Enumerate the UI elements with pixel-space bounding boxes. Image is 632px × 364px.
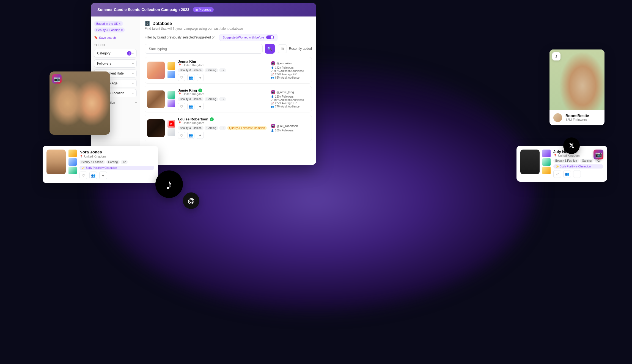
instagram-icon: 📷 xyxy=(271,124,275,128)
tag-more: +2 xyxy=(219,126,226,130)
talent-stats: 📷 @jamie_king 👤 120k Followers ✓ 97% Aut… xyxy=(271,90,309,108)
instagram-icon: 📷 xyxy=(595,151,602,158)
tag-more: +2 xyxy=(219,68,226,72)
talent-stats: 📷 @lou_robertson 👤 100k Followers xyxy=(271,124,309,132)
recently-added-label: Recently added xyxy=(289,47,312,51)
talent-info: Jamie King ✓ 📍 United Kingdom Beauty & F… xyxy=(178,88,268,110)
add-to-campaign-button[interactable]: 👥 xyxy=(187,74,194,81)
july-actions: ♡ 👥 + xyxy=(553,170,603,178)
tag-more: +2 xyxy=(121,160,128,164)
instagram-badge: 📷 xyxy=(593,150,603,159)
brand-toggle[interactable]: Suggested/Worked with before xyxy=(219,34,277,41)
followers-stat: 👤 142k Followers xyxy=(271,66,309,69)
more-button[interactable]: + xyxy=(197,132,204,139)
add-to-campaign-button[interactable]: 👥 xyxy=(187,103,194,110)
talent-stats: 📷 @jennakim 👤 142k Followers ✓ 95% Authe… xyxy=(271,61,309,79)
filter-tag-uk[interactable]: Based in the UK × xyxy=(94,21,123,26)
july-thumbnails xyxy=(542,150,551,178)
more-button[interactable]: + xyxy=(99,172,107,179)
add-to-campaign-button[interactable]: 👥 xyxy=(187,132,194,139)
followers-dropdown[interactable]: Followers ▾ xyxy=(94,59,137,68)
chevron-icon: ▾ xyxy=(132,92,134,95)
adult-audience-stat: 👥 77% Adult Audience xyxy=(271,105,309,108)
talent-actions: ♡ 👥 + xyxy=(178,103,268,110)
chevron-icon: ▾ xyxy=(132,62,134,65)
nora-badge: ✨ Body Positivity Champion xyxy=(79,166,154,170)
search-input[interactable] xyxy=(145,44,263,54)
tag-gaming: Gaming xyxy=(205,68,218,72)
x-twitter-icon: 𝕏 xyxy=(569,142,574,149)
brand-filter-row: Filter by brand previously selected/sugg… xyxy=(145,34,312,41)
talent-row: ▶ Louise Robertson ✓ 📍 United Kingdom Be… xyxy=(145,115,312,141)
heart-button[interactable]: ♡ xyxy=(178,74,185,81)
main-content: 🗄️ Database Find talent that will fit yo… xyxy=(140,16,316,164)
add-to-campaign-button[interactable]: 👥 xyxy=(563,170,571,178)
brand-filter-label: Filter by brand previously selected/sugg… xyxy=(145,35,216,39)
talent-main-image xyxy=(147,90,165,108)
x-twitter-float-icon[interactable]: 𝕏 xyxy=(563,137,580,154)
more-button[interactable]: + xyxy=(197,74,204,81)
talent-row: Jamie King ✓ 📍 United Kingdom Beauty & F… xyxy=(145,86,312,112)
talent-thumb xyxy=(167,91,175,99)
talent-info: Louise Robertson ✓ 📍 United Kingdom Beau… xyxy=(178,117,268,139)
talent-thumb xyxy=(167,100,175,107)
heart-button[interactable]: ♡ xyxy=(178,132,185,139)
stats-handle: 📷 @jennakim xyxy=(271,61,309,65)
more-button[interactable]: + xyxy=(197,103,204,110)
save-search-link[interactable]: 🔖 Save search xyxy=(94,36,137,39)
heart-button[interactable]: ♡ xyxy=(79,172,87,179)
stats-handle: 📷 @jamie_king xyxy=(271,90,309,94)
talent-location: 📍 United Kingdom xyxy=(178,92,268,96)
talent-actions: ♡ 👥 + xyxy=(178,132,268,139)
threads-float-icon[interactable]: @ xyxy=(183,192,199,209)
boonsbestie-image: ♪ xyxy=(549,49,604,110)
talent-location: 📍 United Kingdom xyxy=(178,121,268,125)
filter-tag-beauty[interactable]: Beauty & Fashion × xyxy=(94,27,125,32)
instagram-floating-card: 📷 xyxy=(50,71,110,135)
nora-thumb xyxy=(68,167,77,174)
talent-thumb xyxy=(167,71,175,78)
avg-er-stat: 📈 2.5% Average ER xyxy=(271,102,309,105)
boonsbestie-followers: 12M Followers xyxy=(565,118,589,122)
db-title: 🗄️ Database xyxy=(145,21,312,26)
nora-main-image xyxy=(46,150,66,174)
quality-badge: Quality & Fairness Champion xyxy=(227,126,267,130)
database-icon: 🗄️ xyxy=(145,21,150,26)
instagram-icon: 📷 xyxy=(54,76,60,82)
status-badge: In Progress xyxy=(193,7,214,12)
verified-icon: ✓ xyxy=(198,89,202,92)
heart-button[interactable]: ♡ xyxy=(553,170,561,178)
tag-gaming: Gaming xyxy=(205,97,218,101)
tiktok-icon: ♪ xyxy=(555,54,558,59)
talent-thumbnails: ▶ xyxy=(167,120,175,136)
search-button[interactable]: 🔍 xyxy=(265,44,275,54)
add-to-campaign-button[interactable]: 👥 xyxy=(89,172,97,179)
boonsbestie-card: ♪ BoonsBestie 12M Followers xyxy=(549,49,604,125)
chevron-icon: ▾ xyxy=(132,82,134,85)
talent-name: Jenna Kim xyxy=(178,59,268,64)
nora-location: 📍 United Kingdom xyxy=(79,155,154,158)
tiktok-badge: ♪ xyxy=(552,52,560,60)
nora-thumb xyxy=(68,150,77,157)
toggle-switch[interactable] xyxy=(266,35,274,39)
authentic-audience-stat: ✓ 97% Authentic Audience xyxy=(271,98,309,101)
july-norman-card: July Norman 📍 United Kingdom Beauty & Fa… xyxy=(516,146,607,182)
followers-stat: 👤 100k Followers xyxy=(271,129,309,132)
talent-name: Jamie King ✓ xyxy=(178,88,268,92)
more-button[interactable]: + xyxy=(573,170,581,178)
july-thumb xyxy=(542,167,551,174)
nora-tags: Beauty & Fashion Gaming +2 xyxy=(79,160,154,164)
category-dropdown[interactable]: Category 1 ▾ xyxy=(94,49,137,58)
talent-thumb xyxy=(167,62,175,70)
tiktok-float-icon[interactable]: ♪ xyxy=(155,170,183,198)
talent-thumb: ▶ xyxy=(167,120,175,128)
nora-thumbnails xyxy=(68,150,77,179)
tag-gaming: Gaming xyxy=(205,126,218,130)
talent-tags: Beauty & Fashion Gaming +2 xyxy=(178,68,268,72)
tag-beauty-fashion: Beauty & Fashion xyxy=(79,160,105,164)
talent-location: 📍 United Kingdom xyxy=(178,64,268,67)
heart-button[interactable]: ♡ xyxy=(178,103,185,110)
grid-view-button[interactable]: ⊞ xyxy=(278,44,287,53)
db-subtitle: Find talent that will fit your campaign … xyxy=(145,27,312,31)
tag-beauty-fashion: Beauty & Fashion xyxy=(178,68,204,72)
